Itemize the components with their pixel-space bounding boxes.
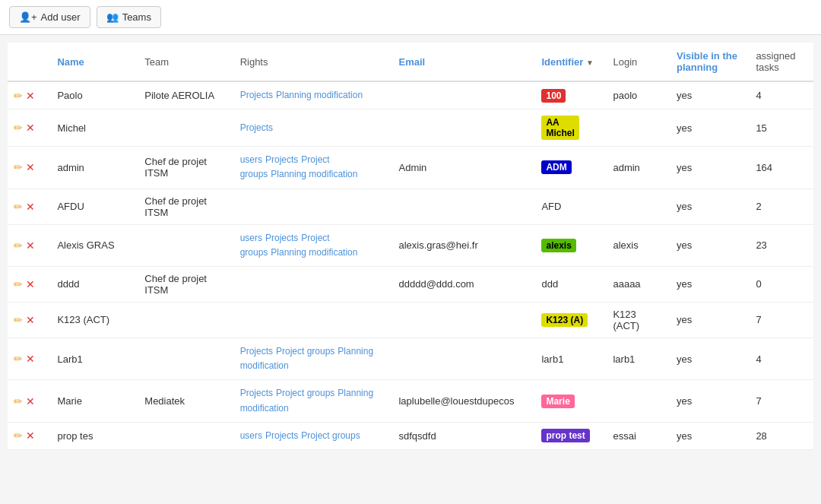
- edit-button[interactable]: ✏: [14, 239, 23, 252]
- table-row: ✏ ✕ PaoloPilote AEROLIAProjectsPlanning …: [8, 81, 813, 109]
- cell-rights: usersProjectsProject groupsPlanning modi…: [234, 224, 393, 266]
- table-row: ✏ ✕ K123 (ACT)K123 (A)K123 (ACT)yes7: [8, 302, 813, 338]
- main-content: Name Team Rights Email Identifier ▼ Logi…: [0, 35, 821, 458]
- cell-name: prop tes: [51, 422, 138, 449]
- cell-login: [607, 189, 670, 224]
- row-actions: ✏ ✕: [14, 278, 45, 290]
- delete-button[interactable]: ✕: [26, 278, 35, 290]
- cell-identifier: prop test: [535, 422, 607, 449]
- cell-name: Alexis GRAS: [51, 224, 138, 266]
- toolbar: 👤+ Add user 👥 Teams: [0, 0, 821, 35]
- cell-login: essai: [607, 422, 670, 449]
- row-actions: ✏ ✕: [14, 161, 45, 173]
- edit-button[interactable]: ✏: [14, 430, 23, 442]
- cell-rights: ProjectsProject groupsPlanning modificat…: [234, 338, 393, 379]
- cell-identifier: 100: [535, 81, 607, 109]
- edit-button[interactable]: ✏: [14, 353, 23, 365]
- edit-button[interactable]: ✏: [14, 161, 23, 173]
- header-email[interactable]: Email: [392, 43, 535, 81]
- cell-name: dddd: [51, 266, 138, 302]
- delete-button[interactable]: ✕: [26, 314, 35, 326]
- cell-email: Admin: [392, 147, 535, 189]
- delete-button[interactable]: ✕: [26, 90, 35, 102]
- header-visible[interactable]: Visible in the planning: [670, 43, 750, 81]
- table-row: ✏ ✕ MichelProjectsAA Michelyes15: [8, 109, 813, 147]
- cell-identifier: AA Michel: [535, 109, 607, 147]
- row-actions: ✏ ✕: [14, 430, 45, 442]
- delete-button[interactable]: ✕: [26, 201, 35, 213]
- add-user-icon: 👤+: [19, 11, 37, 23]
- cell-identifier: Marie: [535, 380, 607, 422]
- edit-button[interactable]: ✏: [14, 90, 23, 102]
- row-actions: ✏ ✕: [14, 201, 45, 213]
- cell-name: admin: [51, 147, 138, 189]
- cell-team: Chef de projet ITSM: [138, 189, 233, 224]
- cell-identifier: larb1: [535, 338, 607, 379]
- header-name[interactable]: Name: [51, 43, 138, 81]
- cell-team: [138, 338, 233, 379]
- cell-visible: yes: [670, 266, 750, 302]
- cell-rights: usersProjectsProject groupsPlanning modi…: [234, 147, 393, 189]
- cell-team: [138, 422, 233, 449]
- cell-login: larb1: [607, 338, 670, 379]
- cell-name: Marie: [51, 380, 138, 422]
- table-row: ✏ ✕ ddddChef de projet ITSMddddd@ddd.com…: [8, 266, 813, 302]
- cell-assigned: 28: [750, 422, 813, 449]
- users-table: Name Team Rights Email Identifier ▼ Logi…: [8, 43, 813, 450]
- delete-button[interactable]: ✕: [26, 395, 35, 407]
- header-identifier[interactable]: Identifier ▼: [535, 43, 607, 81]
- cell-email: [392, 81, 535, 109]
- teams-button[interactable]: 👥 Teams: [97, 6, 161, 28]
- header-actions: [8, 43, 51, 81]
- header-team: Team: [138, 43, 233, 81]
- cell-email: sdfqsdfd: [392, 422, 535, 449]
- edit-button[interactable]: ✏: [14, 395, 23, 407]
- cell-identifier: K123 (A): [535, 302, 607, 338]
- cell-team: [138, 302, 233, 338]
- cell-rights: [234, 302, 393, 338]
- row-actions: ✏ ✕: [14, 395, 45, 407]
- table-row: ✏ ✕ Larb1ProjectsProject groupsPlanning …: [8, 338, 813, 379]
- cell-team: [138, 224, 233, 266]
- edit-button[interactable]: ✏: [14, 122, 23, 134]
- teams-label: Teams: [122, 11, 151, 23]
- cell-assigned: 4: [750, 338, 813, 379]
- add-user-label: Add user: [41, 11, 81, 23]
- row-actions: ✏ ✕: [14, 314, 45, 326]
- cell-team: Mediatek: [138, 380, 233, 422]
- header-rights: Rights: [234, 43, 393, 81]
- cell-name: Paolo: [51, 81, 138, 109]
- row-actions: ✏ ✕: [14, 353, 45, 365]
- cell-assigned: 2: [750, 189, 813, 224]
- cell-team: Pilote AEROLIA: [138, 81, 233, 109]
- edit-button[interactable]: ✏: [14, 278, 23, 290]
- delete-button[interactable]: ✕: [26, 122, 35, 134]
- cell-login: admin: [607, 147, 670, 189]
- cell-team: Chef de projet ITSM: [138, 266, 233, 302]
- table-header-row: Name Team Rights Email Identifier ▼ Logi…: [8, 43, 813, 81]
- cell-visible: yes: [670, 224, 750, 266]
- delete-button[interactable]: ✕: [26, 161, 35, 173]
- cell-team: [138, 109, 233, 147]
- cell-email: [392, 338, 535, 379]
- cell-identifier: ADM: [535, 147, 607, 189]
- cell-login: alexis: [607, 224, 670, 266]
- table-row: ✏ ✕ prop tesusersProjectsProject groupss…: [8, 422, 813, 449]
- edit-button[interactable]: ✏: [14, 314, 23, 326]
- edit-button[interactable]: ✏: [14, 201, 23, 213]
- cell-visible: yes: [670, 189, 750, 224]
- cell-visible: yes: [670, 380, 750, 422]
- cell-identifier: ddd: [535, 266, 607, 302]
- cell-login: [607, 109, 670, 147]
- cell-email: [392, 302, 535, 338]
- cell-name: AFDU: [51, 189, 138, 224]
- cell-visible: yes: [670, 147, 750, 189]
- cell-rights: [234, 266, 393, 302]
- delete-button[interactable]: ✕: [26, 239, 35, 252]
- delete-button[interactable]: ✕: [26, 353, 35, 365]
- cell-assigned: 23: [750, 224, 813, 266]
- add-user-button[interactable]: 👤+ Add user: [9, 6, 90, 28]
- delete-button[interactable]: ✕: [26, 430, 35, 442]
- cell-rights: ProjectsProject groupsPlanning modificat…: [234, 380, 393, 422]
- sort-arrow-icon: ▼: [586, 59, 594, 67]
